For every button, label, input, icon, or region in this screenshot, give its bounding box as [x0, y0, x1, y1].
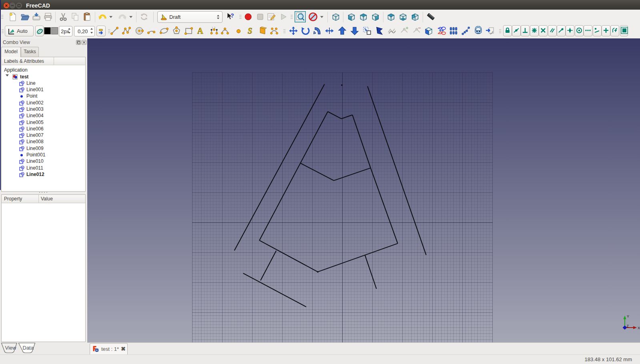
svg-text:A: A	[197, 26, 203, 35]
svg-text:S: S	[248, 26, 252, 35]
svg-text:?: ?	[231, 12, 234, 19]
svg-text:X: X	[638, 326, 640, 330]
svg-text:Z: Z	[627, 324, 629, 328]
svg-text:Data: Data	[23, 345, 34, 351]
svg-text:Y: Y	[627, 314, 629, 318]
svg-text:View: View	[5, 345, 17, 351]
